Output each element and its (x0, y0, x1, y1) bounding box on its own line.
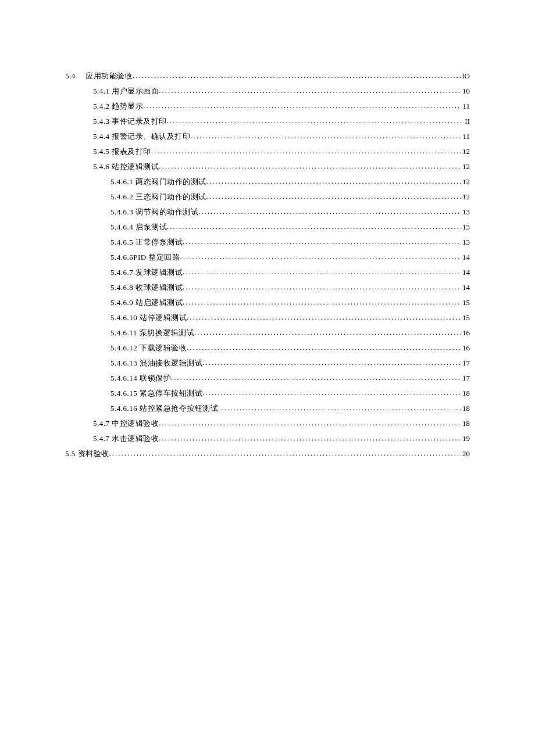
toc-entry-page: 12 (461, 174, 470, 189)
toc-leader-dots (109, 446, 462, 461)
toc-leader-dots (151, 144, 461, 159)
toc-entry: 5.4.1 用户显示画面10 (65, 84, 470, 99)
toc-leader-dots (159, 431, 461, 446)
toc-leader-dots (206, 189, 462, 204)
toc-entry-label: 5.4.6.15 紧急停车按钮测试 (110, 386, 202, 401)
toc-entry: 5.4.6.6PID 整定回路14 (65, 250, 470, 265)
toc-entry-page: 14 (461, 280, 470, 295)
toc-entry: 5.4 应用功能验收IO (65, 69, 470, 84)
toc-entry-label: 5.4.7 水击逻辑验收 (93, 431, 159, 446)
toc-entry-page: 15 (461, 295, 470, 310)
toc-entry-label: 5.4.6.2 三态阀门动作的测试 (110, 189, 206, 205)
toc-entry-page: 16 (461, 325, 470, 341)
toc-entry-page: 12 (461, 189, 470, 205)
toc-entry: 5.4.3 事件记录及打印II (65, 114, 470, 129)
toc-entry: 5.4.6.11 泵切换逻辑测试16 (65, 325, 470, 341)
toc-leader-dots (190, 128, 461, 144)
toc-entry-page: IO (461, 69, 470, 84)
toc-leader-dots (202, 385, 461, 400)
toc-entry: 5.4.6.3 调节阀的动作测试13 (65, 205, 470, 220)
toc-entry-label: 5.4.6.13 混油接收逻辑测试 (110, 356, 202, 371)
toc-entry-label: 5.4.6.16 站控紧急抢夺按钮测试 (110, 401, 218, 416)
toc-entry-page: 17 (461, 371, 470, 386)
toc-entry-label: 5.4.6.12 下载逻辑验收 (110, 341, 187, 356)
toc-entry-label: 5.4.6.14 联锁保护 (110, 371, 171, 386)
toc-leader-dots (159, 415, 461, 431)
toc-entry: 5.4.6.15 紧急停车按钮测试18 (65, 386, 470, 401)
toc-entry-label: 5.4.2 趋势显示 (93, 99, 143, 114)
toc-entry-page: 17 (461, 356, 470, 371)
toc-entry-page: 18 (461, 386, 470, 401)
toc-entry-page: 12 (461, 144, 470, 159)
toc-entry-label: 5.4.6.11 泵切换逻辑测试 (110, 325, 194, 341)
toc-leader-dots (133, 68, 461, 83)
toc-entry-page: 11 (461, 129, 470, 144)
toc-entry: 5.4.7 水击逻辑验收19 (65, 431, 470, 446)
toc-entry: 5.4.6.2 三态阀门动作的测试12 (65, 189, 470, 205)
toc-leader-dots (180, 249, 461, 264)
toc-leader-dots (167, 219, 461, 234)
toc-entry-page: 20 (461, 446, 470, 461)
toc-leader-dots (187, 310, 461, 325)
toc-entry-page: 16 (461, 341, 470, 356)
toc-entry-label: 5.4.6.7 发球逻辑测试 (110, 265, 183, 280)
toc-entry: 5.4.5 报表及打印12 (65, 144, 470, 159)
toc-leader-dots (183, 234, 461, 249)
toc-leader-dots (187, 340, 461, 355)
toc-leader-dots (183, 264, 461, 280)
toc-entry-page: 13 (461, 205, 470, 220)
toc-entry-label: 5.4.6.9 站启逻辑测试 (110, 295, 183, 310)
toc-leader-dots (194, 325, 461, 340)
toc-entry: 5.4.6.13 混油接收逻辑测试17 (65, 356, 470, 371)
toc-entry-label: 5.4.3 事件记录及打印 (93, 114, 167, 129)
toc-entry-page: 14 (461, 265, 470, 280)
toc-entry-label: 5.4.6.5 正常停泵测试 (110, 235, 183, 250)
toc-entry-page: II (463, 114, 470, 129)
toc-entry-label: 5.4.6.8 收球逻辑测试 (110, 280, 183, 295)
toc-leader-dots (159, 83, 461, 98)
toc-leader-dots (202, 355, 461, 370)
toc-entry-label: 5.4.6.6PID 整定回路 (110, 250, 180, 265)
toc-leader-dots (167, 113, 464, 128)
toc-entry: 5.4.6.16 站控紧急抢夺按钮测试18 (65, 401, 470, 416)
toc-entry-label: 5.4.6.4 启泵测试 (110, 220, 167, 235)
toc-entry: 5.4.6.1 两态阀门动作的测试12 (65, 174, 470, 189)
toc-leader-dots (206, 174, 462, 189)
toc-entry: 5.4.6.10 站停逻辑测试15 (65, 310, 470, 325)
toc-entry: 5.4.6.5 正常停泵测试13 (65, 235, 470, 250)
toc-entry: 5.5 资料验收20 (65, 446, 470, 461)
toc-entry-label: 5.4 应用功能验收 (65, 69, 133, 84)
toc-entry: 5.4.2 趋势显示11 (65, 99, 470, 114)
toc-entry-label: 5.4.1 用户显示画面 (93, 84, 159, 99)
toc-entry: 5.4.6.9 站启逻辑测试15 (65, 295, 470, 310)
toc-entry-page: 10 (461, 84, 470, 99)
toc-entry-label: 5.4.4 报警记录、确认及打印 (93, 129, 190, 144)
toc-entry-page: 19 (461, 431, 470, 446)
toc-entry-page: 13 (461, 220, 470, 235)
toc-leader-dots (171, 370, 461, 385)
toc-leader-dots (183, 280, 461, 295)
table-of-contents: 5.4 应用功能验收IO5.4.1 用户显示画面105.4.2 趋势显示115.… (65, 69, 470, 461)
toc-entry-label: 5.4.6.10 站停逻辑测试 (110, 310, 187, 325)
toc-leader-dots (183, 295, 461, 310)
toc-entry: 5.4.6.8 收球逻辑测试14 (65, 280, 470, 295)
toc-entry-page: 13 (461, 235, 470, 250)
toc-entry-label: 5.4.6.3 调节阀的动作测试 (110, 205, 198, 220)
toc-entry-label: 5.5 资料验收 (65, 446, 109, 461)
toc-entry: 5.4.4 报警记录、确认及打印11 (65, 129, 470, 144)
toc-entry: 5.4.6.7 发球逻辑测试14 (65, 265, 470, 280)
toc-entry-page: 11 (461, 99, 470, 114)
toc-entry: 5.4.6.12 下载逻辑验收16 (65, 341, 470, 356)
toc-leader-dots (198, 204, 461, 219)
toc-leader-dots (159, 159, 461, 174)
toc-entry: 5.4.6 站控逻辑测试12 (65, 159, 470, 174)
toc-entry: 5.4.6.4 启泵测试13 (65, 220, 470, 235)
toc-entry: 5.4.6.14 联锁保护17 (65, 371, 470, 386)
toc-entry-page: 14 (461, 250, 470, 265)
toc-leader-dots (218, 400, 461, 415)
toc-entry-page: 18 (461, 401, 470, 416)
toc-entry-page: 15 (461, 310, 470, 325)
toc-entry: 5.4.7 中控逻辑验收18 (65, 416, 470, 431)
toc-entry-page: 12 (461, 159, 470, 174)
toc-entry-page: 18 (461, 416, 470, 431)
